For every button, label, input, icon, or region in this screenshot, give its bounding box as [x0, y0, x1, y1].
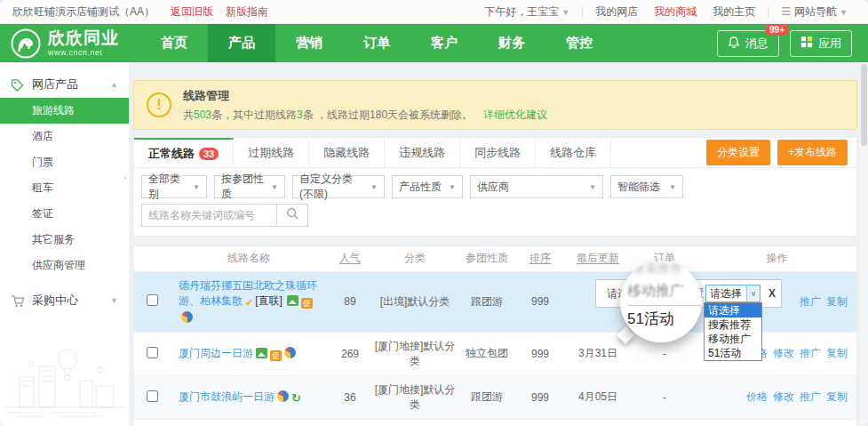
dropdown-option-51活动[interactable]: 51活动: [705, 346, 761, 360]
search-button[interactable]: [276, 204, 308, 227]
cart-icon: [11, 294, 26, 308]
tabs: 正常线路33过期线路隐藏线路违规线路同步线路线路仓库: [134, 138, 611, 167]
filter-label: 按参团性质: [221, 172, 264, 202]
promo-icon: 促: [301, 298, 313, 309]
dropdown-option-请选择[interactable]: 请选择: [705, 303, 761, 317]
action-buttons: 分类设置 +发布线路: [706, 138, 856, 167]
sidebar-collapse-handle[interactable]: ‹: [121, 162, 130, 192]
tab-过期线路[interactable]: 过期线路: [234, 138, 309, 167]
filter-select-供应商[interactable]: 供应商▼: [470, 175, 603, 198]
column-header-label: 分类: [404, 252, 426, 264]
sidebar-item-旅游线路[interactable]: 旅游线路: [0, 98, 129, 124]
op-link-复制[interactable]: 复制: [826, 295, 848, 308]
op-link-修改[interactable]: 修改: [773, 347, 794, 359]
filter-row: 全部类别▼按参团性质▼自定义分类(不限)▼产品性质▼供应商▼智能筛选▼: [134, 168, 856, 198]
my-shop-link[interactable]: 我的网店: [595, 4, 638, 20]
promotion-select[interactable]: 请选择 ∨: [705, 285, 760, 302]
tab-label: 正常线路: [148, 146, 195, 162]
category-cell: [厦门地接]默认分类: [372, 332, 458, 375]
filter-select-产品性质[interactable]: 产品性质▼: [392, 175, 463, 198]
brand[interactable]: 欣欣同业 www.cncn.net: [0, 24, 140, 62]
row-checkbox[interactable]: [147, 294, 158, 306]
column-header-人气[interactable]: 人气: [328, 246, 372, 271]
panel-close-button[interactable]: X: [768, 287, 776, 300]
new-guide-link[interactable]: 新版指南: [226, 4, 268, 20]
tab-count-badge: 33: [199, 148, 219, 160]
apps-button[interactable]: 应用: [790, 30, 852, 57]
column-header-排序[interactable]: 排序: [516, 246, 564, 271]
nav-item-营销[interactable]: 营销: [275, 24, 343, 62]
greeting-menu[interactable]: 下午好，王宝宝▼: [484, 4, 569, 20]
back-to-old-link[interactable]: 返回旧版: [171, 4, 213, 20]
filter-select-自定义分类(不限)[interactable]: 自定义分类(不限)▼: [292, 175, 385, 198]
chevron-down-icon: ▼: [561, 8, 569, 17]
sidebar-section-采购中心[interactable]: 采购中心▼: [0, 287, 129, 314]
route-title-link[interactable]: 厦门周边一日游: [179, 347, 253, 359]
chevron-down-icon: ▼: [840, 8, 848, 17]
column-header-最后更新[interactable]: 最后更新: [564, 246, 632, 271]
route-title-link[interactable]: 厦门市鼓浪屿一日游: [179, 390, 275, 403]
scrollbar-thumb[interactable]: [861, 64, 867, 146]
row-checkbox[interactable]: [147, 390, 158, 402]
nav-item-客户[interactable]: 客户: [410, 24, 478, 62]
messages-button[interactable]: 消息 99+: [717, 30, 779, 57]
op-link-复制[interactable]: 复制: [826, 390, 848, 403]
promotion-dropdown-list: 请选择搜索推荐移动推广51活动: [704, 302, 762, 361]
optimize-suggestion-link[interactable]: 详细优化建议: [483, 109, 547, 121]
checkbox-cell: [134, 271, 170, 332]
op-link-推广[interactable]: 推广: [800, 390, 821, 403]
nav-item-财务[interactable]: 财务: [478, 24, 545, 62]
nav-item-产品[interactable]: 产品: [208, 24, 275, 62]
op-link-价格[interactable]: 价格: [746, 390, 768, 403]
divider: |: [581, 5, 584, 18]
row-checkbox[interactable]: [147, 347, 158, 358]
category-settings-button[interactable]: 分类设置: [706, 140, 770, 165]
vertical-scrollbar[interactable]: [860, 62, 868, 426]
sidebar-item-酒店[interactable]: 酒店: [0, 124, 129, 149]
op-link-推广[interactable]: 推广: [800, 347, 821, 359]
dropdown-option-移动推广[interactable]: 移动推广: [705, 332, 761, 346]
chevron-down-icon: ▼: [582, 183, 596, 191]
chevron-icon: ▼: [110, 296, 118, 305]
column-header-操作: 操作: [697, 246, 856, 271]
notice-title: 线路管理: [183, 88, 547, 104]
op-link-推广[interactable]: 推广: [800, 295, 821, 308]
brand-text: 欣欣同业 www.cncn.net: [48, 29, 119, 57]
shop-name: 欣欣旺铺演示店铺测试（AA）: [12, 4, 155, 20]
tab-隐藏线路[interactable]: 隐藏线路: [309, 138, 385, 167]
chevron-down-icon: ▼: [186, 183, 200, 191]
sidebar-item-签证[interactable]: 签证: [0, 201, 129, 227]
sidebar-section-label: 网店产品: [32, 76, 78, 92]
sort-cell: 999: [516, 375, 564, 419]
filter-select-全部类别[interactable]: 全部类别▼: [141, 175, 207, 198]
nav-item-订单[interactable]: 订单: [343, 24, 410, 62]
checkbox-cell: [134, 332, 170, 375]
my-mall-link[interactable]: 我的商城: [654, 4, 697, 20]
site-nav-menu[interactable]: ☰网站导航▼: [781, 4, 848, 20]
nav-item-首页[interactable]: 首页: [140, 24, 208, 62]
nav-item-管控[interactable]: 管控: [545, 24, 613, 62]
sidebar-item-租车[interactable]: 租车: [0, 175, 129, 201]
filter-select-智能筛选[interactable]: 智能筛选▼: [610, 175, 683, 198]
tab-线路仓库[interactable]: 线路仓库: [536, 138, 611, 167]
tabs-bar: 正常线路33过期线路隐藏线路违规线路同步线路线路仓库 分类设置 +发布线路: [134, 138, 856, 168]
op-link-修改[interactable]: 修改: [773, 390, 794, 403]
op-link-复制[interactable]: 复制: [826, 347, 848, 359]
sidebar-section-网店产品[interactable]: 网店产品▲: [0, 71, 129, 98]
dropdown-option-搜索推荐[interactable]: 搜索推荐: [705, 317, 761, 332]
my-home-link[interactable]: 我的主页: [713, 4, 755, 20]
sidebar-item-供应商管理[interactable]: 供应商管理: [0, 253, 129, 278]
route-name-cell: 德丹瑞芬挪五国北欧之珠循环游、柏林集散✔[直联]促: [170, 271, 328, 332]
chevron-down-icon: ▼: [442, 183, 456, 191]
sidebar: 网店产品▲旅游线路酒店门票租车签证其它服务供应商管理采购中心▼‹: [0, 62, 129, 426]
sidebar-item-其它服务[interactable]: 其它服务: [0, 227, 129, 253]
publish-route-button[interactable]: +发布线路: [777, 140, 848, 165]
tab-正常线路[interactable]: 正常线路33: [134, 138, 234, 167]
search-input[interactable]: [141, 204, 276, 227]
sidebar-item-门票[interactable]: 门票: [0, 149, 129, 175]
route-name-cell: 奔跑吧海岛】厦门出发-海南双飞5日游↻[购物、自费]: [170, 419, 328, 426]
tab-违规线路[interactable]: 违规线路: [385, 138, 460, 167]
tab-同步线路[interactable]: 同步线路: [460, 138, 536, 167]
filter-select-按参团性质[interactable]: 按参团性质▼: [214, 175, 285, 198]
guarantee-icon: [277, 390, 289, 402]
